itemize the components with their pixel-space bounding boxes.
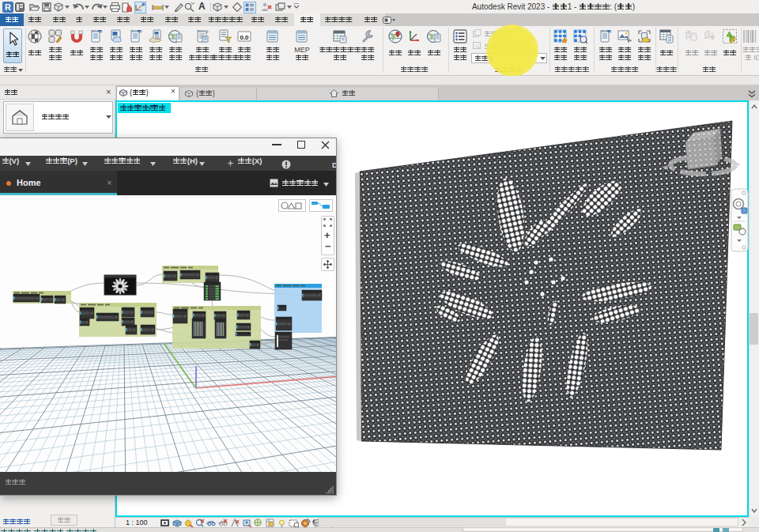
svg-text:R: R	[5, 2, 11, 12]
svg-text:0.0: 0.0	[240, 34, 249, 41]
